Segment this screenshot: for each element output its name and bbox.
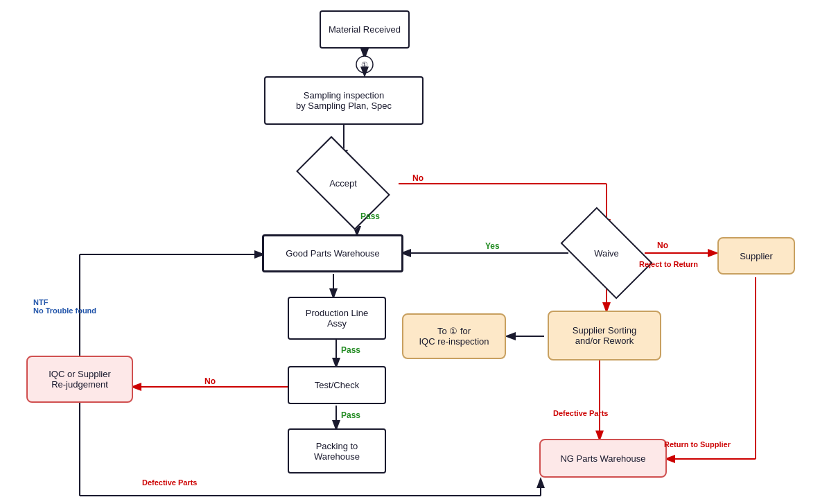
sampling-inspection-label: Sampling inspectionby Sampling Plan, Spe… bbox=[296, 90, 392, 111]
supplier-node: Supplier bbox=[717, 237, 795, 275]
iqc-rejudgement-label: IQC or SupplierRe-judgement bbox=[49, 369, 111, 390]
no-waive-label: No bbox=[657, 241, 668, 250]
no-test-label: No bbox=[204, 376, 216, 386]
material-received-label: Material Received bbox=[329, 24, 401, 35]
to-circle1-node: To ① forIQC re-inspection bbox=[402, 313, 506, 359]
ng-parts-label: NG Parts Warehouse bbox=[560, 453, 645, 464]
defective-parts-left-label: Defective Parts bbox=[142, 478, 198, 487]
iqc-rejudgement-node: IQC or SupplierRe-judgement bbox=[26, 356, 133, 403]
test-check-node: Test/Check bbox=[288, 366, 386, 404]
test-check-label: Test/Check bbox=[315, 380, 359, 390]
flowchart: ① bbox=[0, 0, 820, 504]
defective-parts-right-label: Defective Parts bbox=[553, 409, 609, 417]
production-line-label: Production LineAssy bbox=[306, 308, 368, 329]
good-parts-label: Good Parts Warehouse bbox=[286, 248, 379, 259]
ntf-label: NTFNo Trouble found bbox=[33, 298, 96, 315]
waive-diamond-label: Waive bbox=[594, 248, 619, 259]
pass-accept-label: Pass bbox=[360, 211, 380, 221]
sampling-inspection-node: Sampling inspectionby Sampling Plan, Spe… bbox=[264, 76, 424, 125]
packing-warehouse-node: Packing toWarehouse bbox=[288, 428, 386, 473]
yes-waive-label: Yes bbox=[485, 241, 500, 251]
good-parts-warehouse-node: Good Parts Warehouse bbox=[262, 234, 403, 272]
waive-diamond-node: Waive bbox=[567, 227, 646, 279]
return-supplier-label: Return to Supplier bbox=[664, 440, 731, 449]
pass-test-label: Pass bbox=[341, 410, 360, 420]
ng-parts-warehouse-node: NG Parts Warehouse bbox=[539, 439, 667, 478]
no-accept-label: No bbox=[412, 173, 424, 183]
supplier-sorting-label: Supplier Sortingand/or Rework bbox=[573, 325, 637, 346]
supplier-sorting-node: Supplier Sortingand/or Rework bbox=[548, 311, 661, 360]
svg-point-1 bbox=[356, 56, 373, 73]
reject-return-label: Reject to Return bbox=[639, 260, 698, 268]
supplier-label: Supplier bbox=[740, 251, 773, 261]
to-circle1-label: To ① forIQC re-inspection bbox=[419, 326, 489, 347]
material-received-node: Material Received bbox=[320, 10, 410, 49]
svg-text:①: ① bbox=[361, 60, 368, 69]
pass-prod-label: Pass bbox=[341, 345, 360, 355]
accept-diamond-node: Accept bbox=[302, 158, 385, 208]
packing-warehouse-label: Packing toWarehouse bbox=[314, 441, 360, 462]
production-line-node: Production LineAssy bbox=[288, 297, 386, 340]
accept-diamond-label: Accept bbox=[329, 178, 357, 189]
